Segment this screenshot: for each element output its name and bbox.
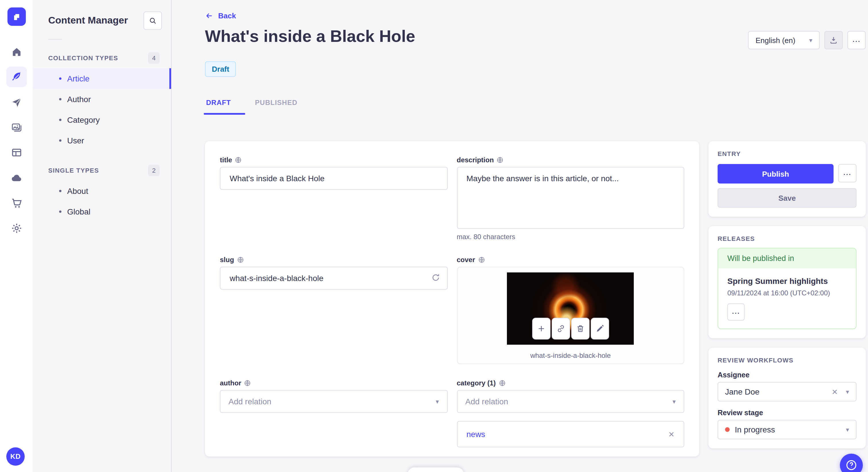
category-relation-combobox[interactable]: Add relation ▾	[457, 390, 684, 413]
slug-input[interactable]	[220, 267, 447, 290]
pencil-icon	[595, 324, 604, 333]
sidebar-item-category[interactable]: Category	[33, 109, 171, 130]
content-manager-icon[interactable]	[6, 67, 27, 87]
title-input[interactable]	[220, 167, 447, 190]
media-library-icon[interactable]	[6, 117, 27, 138]
field-slug: slug	[220, 256, 447, 290]
cover-actions	[532, 318, 609, 339]
sidebar-item-label: Article	[67, 74, 90, 83]
bullet-icon	[59, 139, 61, 142]
field-category: category (1) Add relation ▾ news ✕	[457, 379, 684, 447]
search-button[interactable]	[144, 11, 162, 30]
search-icon	[148, 16, 157, 25]
clear-assignee-button[interactable]: ✕	[832, 387, 838, 396]
review-stage-label: Review stage	[718, 409, 857, 417]
remove-relation-button[interactable]: ✕	[668, 430, 675, 438]
add-media-button[interactable]	[532, 318, 551, 339]
relation-link[interactable]: news	[466, 430, 668, 439]
entry-more-button[interactable]: …	[838, 164, 857, 182]
sidebar-item-global[interactable]: Global	[33, 201, 171, 222]
save-button[interactable]: Save	[718, 188, 857, 208]
tab-draft[interactable]: DRAFT	[205, 96, 239, 115]
entry-form-card: title description Maybe the answer is in…	[205, 141, 699, 457]
cover-media-card: what-s-inside-a-black-hole	[457, 267, 684, 364]
locale-select[interactable]: English (en) ▾	[748, 31, 820, 49]
trash-icon	[576, 324, 585, 333]
relation-item-news: news ✕	[457, 421, 684, 447]
back-arrow-icon	[205, 11, 214, 20]
entry-panel-heading: ENTRY	[718, 150, 857, 157]
category-placeholder: Add relation	[465, 397, 673, 406]
delete-media-button[interactable]	[571, 318, 590, 339]
release-more-button[interactable]: …	[727, 303, 745, 321]
content-type-builder-icon[interactable]	[6, 142, 27, 163]
stage-dot-icon	[725, 427, 730, 432]
review-stage-combobox[interactable]: In progress ▾	[718, 420, 857, 439]
section-label-single-types: SINGLE TYPES	[48, 167, 99, 174]
author-relation-combobox[interactable]: Add relation ▾	[220, 390, 447, 413]
page-title: What's inside a Black Hole	[205, 27, 415, 46]
copy-link-button[interactable]	[552, 318, 570, 339]
releases-panel: RELEASES Will be published in Spring Sum…	[708, 226, 866, 338]
stage-value: In progress	[735, 425, 846, 434]
field-title: title	[220, 156, 447, 190]
tab-published[interactable]: PUBLISHED	[254, 96, 305, 115]
publish-button[interactable]: Publish	[718, 164, 834, 183]
edit-media-button[interactable]	[591, 318, 609, 339]
release-title[interactable]: Spring Summer highlights	[727, 276, 847, 285]
field-description-label: description	[457, 156, 494, 164]
back-link[interactable]: Back	[205, 11, 236, 20]
review-workflows-panel: REVIEW WORKFLOWS Assignee Jane Doe ✕ ▾ R…	[708, 347, 866, 448]
app-window: KD Content Manager COLLECTION TYPES 4 Ar…	[0, 0, 868, 472]
plus-icon	[537, 324, 546, 333]
marketplace-icon[interactable]	[6, 193, 27, 213]
cloud-icon[interactable]	[6, 167, 27, 188]
more-options-button[interactable]: …	[847, 31, 866, 49]
header-actions: English (en) ▾ …	[748, 31, 866, 49]
bullet-icon	[59, 77, 61, 80]
settings-icon[interactable]	[6, 218, 27, 239]
edit-view: Back What's inside a Black Hole English …	[171, 0, 868, 472]
more-icon: …	[732, 306, 741, 314]
field-author: author Add relation ▾	[220, 379, 447, 413]
refresh-icon	[430, 272, 441, 283]
download-icon	[829, 36, 838, 45]
export-button[interactable]	[825, 31, 843, 49]
sidebar-item-article[interactable]: Article	[33, 68, 171, 89]
releases-panel-heading: RELEASES	[718, 235, 857, 242]
sidebar-item-author[interactable]: Author	[33, 89, 171, 109]
link-icon	[556, 324, 565, 333]
status-badge: Draft	[205, 61, 236, 77]
release-status: Will be published in	[718, 248, 856, 268]
releases-icon[interactable]	[6, 92, 27, 112]
globe-icon	[478, 256, 485, 263]
description-helper: max. 80 characters	[457, 233, 684, 241]
user-avatar[interactable]: KD	[6, 447, 25, 466]
active-tab-underline	[204, 113, 245, 115]
field-cover: cover	[457, 256, 684, 364]
sidebar-item-user[interactable]: User	[33, 130, 171, 151]
strapi-logo[interactable]	[7, 7, 26, 26]
release-card: Will be published in Spring Summer highl…	[718, 248, 857, 329]
globe-icon	[497, 157, 503, 164]
sidebar-item-label: About	[67, 187, 88, 196]
description-textarea[interactable]: Maybe the answer is in this article, or …	[457, 167, 684, 229]
version-tabs: DRAFT PUBLISHED	[205, 96, 320, 115]
chevron-down-icon: ▾	[846, 389, 849, 395]
globe-icon	[235, 157, 242, 164]
strapi-logo-icon	[11, 11, 22, 22]
review-panel-heading: REVIEW WORKFLOWS	[718, 357, 857, 364]
sidebar-item-label: Global	[67, 207, 90, 216]
cover-filename: what-s-inside-a-black-hole	[457, 351, 684, 360]
assignee-combobox[interactable]: Jane Doe ✕ ▾	[718, 382, 857, 401]
single-types-count: 2	[148, 165, 160, 176]
side-panels: ENTRY Publish … Save RELEASES Will be pu…	[708, 141, 866, 457]
locale-value: English (en)	[755, 36, 795, 44]
more-icon: …	[852, 34, 861, 43]
regenerate-slug-button[interactable]	[430, 272, 441, 283]
home-icon[interactable]	[6, 41, 27, 62]
bullet-icon	[59, 210, 61, 213]
sidebar-item-about[interactable]: About	[33, 181, 171, 201]
field-category-label: category (1)	[457, 379, 496, 387]
sidebar-title: Content Manager	[48, 15, 128, 26]
